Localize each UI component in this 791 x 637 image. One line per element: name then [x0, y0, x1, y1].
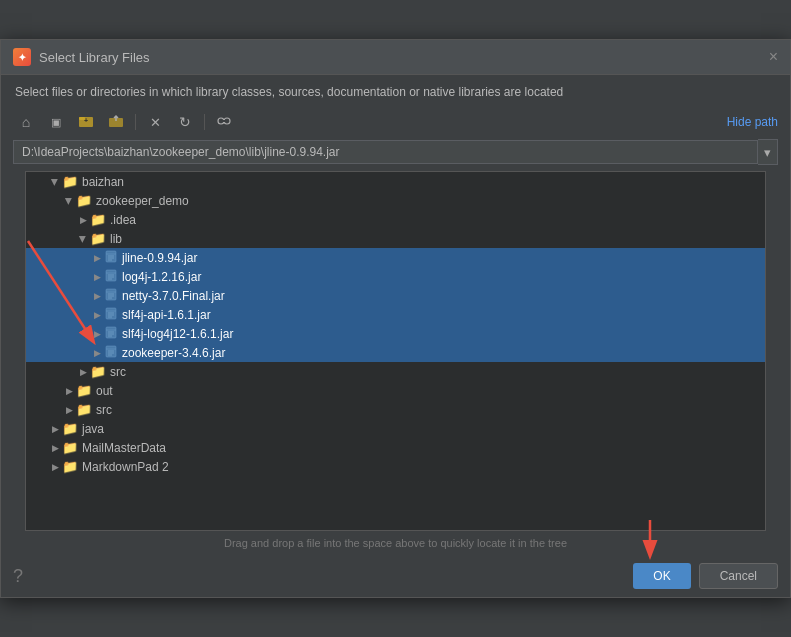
jar-icon [104, 326, 118, 341]
desktop-icon: ▣ [51, 116, 61, 129]
chevron-icon: ▶ [90, 272, 104, 282]
chevron-icon: ▶ [76, 215, 90, 225]
folder-up-button[interactable] [103, 111, 129, 133]
tree-item[interactable]: ▶ 📁 out [26, 381, 765, 400]
path-input[interactable] [13, 140, 758, 164]
tree-item[interactable]: ▶ slf4j-api-1.6.1.jar [26, 305, 765, 324]
jar-icon [104, 345, 118, 360]
tree-item-label: baizhan [82, 175, 124, 189]
tree-item-label: log4j-1.2.16.jar [122, 270, 201, 284]
tree-wrapper: ▶ 📁 baizhan ▶ 📁 zookeeper_demo ▶ 📁 .idea [13, 171, 778, 531]
tree-item[interactable]: ▶ 📁 .idea [26, 210, 765, 229]
tree-item-label: java [82, 422, 104, 436]
tree-item-label: lib [110, 232, 122, 246]
title-bar-left: ✦ Select Library Files [13, 48, 150, 66]
tree-item[interactable]: ▶ 📁 lib [26, 229, 765, 248]
delete-icon: ✕ [150, 115, 161, 130]
chevron-icon: ▶ [90, 348, 104, 358]
tree-item-label: zookeeper_demo [96, 194, 189, 208]
svg-rect-29 [106, 327, 116, 338]
tree-item[interactable]: ▶ 📁 MarkdownPad 2 [26, 457, 765, 476]
chevron-icon: ▶ [90, 310, 104, 320]
tree-item-label: MarkdownPad 2 [82, 460, 169, 474]
chevron-icon: ▶ [48, 462, 62, 472]
folder-icon: 📁 [62, 440, 78, 455]
jar-icon [104, 288, 118, 303]
svg-rect-24 [106, 308, 116, 319]
tree-item[interactable]: ▶ log4j-1.2.16.jar [26, 267, 765, 286]
file-tree[interactable]: ▶ 📁 baizhan ▶ 📁 zookeeper_demo ▶ 📁 .idea [25, 171, 766, 531]
ok-button[interactable]: OK [633, 563, 690, 589]
jar-icon [104, 250, 118, 265]
link-icon [216, 114, 232, 131]
home-button[interactable]: ⌂ [13, 111, 39, 133]
tree-item[interactable]: ▶ 📁 MailMasterData [26, 438, 765, 457]
folder-icon: 📁 [62, 421, 78, 436]
toolbar-separator-1 [135, 114, 136, 130]
tree-item[interactable]: ▶ 📁 src [26, 400, 765, 419]
chevron-icon: ▶ [64, 194, 74, 208]
folder-icon: 📁 [90, 231, 106, 246]
folder-icon: 📁 [90, 364, 106, 379]
tree-item[interactable]: ▶ 📁 java [26, 419, 765, 438]
tree-item-label: MailMasterData [82, 441, 166, 455]
jar-icon [104, 269, 118, 284]
refresh-icon: ↻ [179, 114, 191, 130]
delete-button[interactable]: ✕ [142, 111, 168, 133]
tree-item[interactable]: ▶ slf4j-log4j12-1.6.1.jar [26, 324, 765, 343]
tree-item-label: slf4j-log4j12-1.6.1.jar [122, 327, 233, 341]
tree-item[interactable]: ▶ 📁 zookeeper_demo [26, 191, 765, 210]
tree-item-label: zookeeper-3.4.6.jar [122, 346, 225, 360]
folder-icon: 📁 [76, 193, 92, 208]
tree-item-label: out [96, 384, 113, 398]
bottom-hint: Drag and drop a file into the space abov… [1, 531, 790, 555]
folder-icon: 📁 [62, 459, 78, 474]
chevron-icon: ▶ [90, 253, 104, 263]
tree-item-label: netty-3.7.0.Final.jar [122, 289, 225, 303]
footer-buttons: OK Cancel [633, 563, 778, 589]
tree-item[interactable]: ▶ 📁 src [26, 362, 765, 381]
path-dropdown-button[interactable]: ▾ [758, 139, 778, 165]
tree-item-label: src [96, 403, 112, 417]
close-button[interactable]: × [769, 49, 778, 65]
help-button[interactable]: ? [13, 566, 23, 587]
tree-item-label: slf4j-api-1.6.1.jar [122, 308, 211, 322]
tree-item-label: src [110, 365, 126, 379]
toolbar: ⌂ ▣ + ✕ ↻ [1, 107, 790, 139]
refresh-button[interactable]: ↻ [172, 111, 198, 133]
chevron-icon: ▶ [76, 367, 90, 377]
home-icon: ⌂ [22, 114, 30, 130]
dialog-title: Select Library Files [39, 50, 150, 65]
chevron-icon: ▶ [90, 291, 104, 301]
footer: ? OK Cancel [1, 555, 790, 597]
dialog-description: Select files or directories in which lib… [1, 75, 790, 107]
svg-text:+: + [84, 117, 88, 124]
hide-path-button[interactable]: Hide path [727, 115, 778, 129]
svg-rect-34 [106, 346, 116, 357]
tree-item[interactable]: ▶ jline-0.9.94.jar [26, 248, 765, 267]
chevron-icon: ▶ [48, 443, 62, 453]
chevron-icon: ▶ [78, 232, 88, 246]
tree-item-label: jline-0.9.94.jar [122, 251, 197, 265]
tree-item[interactable]: ▶ 📁 baizhan [26, 172, 765, 191]
chevron-icon: ▶ [48, 424, 62, 434]
svg-rect-9 [106, 251, 116, 262]
svg-rect-14 [106, 270, 116, 281]
link-button[interactable] [211, 111, 237, 133]
chevron-icon: ▶ [50, 175, 60, 189]
new-folder-icon: + [78, 114, 94, 131]
chevron-icon: ▶ [62, 386, 76, 396]
folder-icon: 📁 [90, 212, 106, 227]
svg-rect-6 [221, 120, 227, 122]
cancel-button[interactable]: Cancel [699, 563, 778, 589]
title-bar: ✦ Select Library Files × [1, 40, 790, 75]
folder-icon: 📁 [62, 174, 78, 189]
tree-item[interactable]: ▶ zookeeper-3.4.6.jar [26, 343, 765, 362]
tree-item[interactable]: ▶ netty-3.7.0.Final.jar [26, 286, 765, 305]
chevron-icon: ▶ [90, 329, 104, 339]
tree-item-label: .idea [110, 213, 136, 227]
desktop-button[interactable]: ▣ [43, 111, 69, 133]
dropdown-arrow-icon: ▾ [764, 145, 771, 160]
new-folder-button[interactable]: + [73, 111, 99, 133]
folder-icon: 📁 [76, 402, 92, 417]
